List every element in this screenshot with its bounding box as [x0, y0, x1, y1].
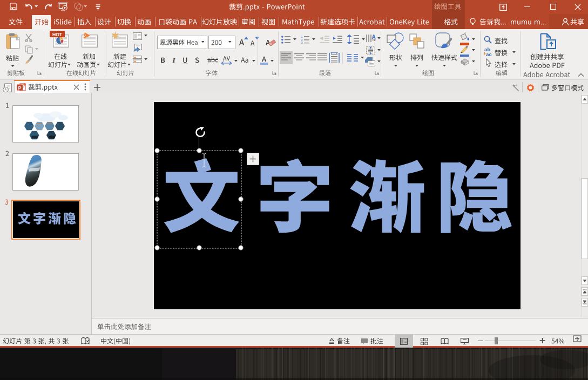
svg-text:A: A: [372, 34, 376, 40]
svg-text:ac: ac: [486, 51, 492, 57]
svg-text:3: 3: [301, 41, 303, 44]
svg-text:HOT: HOT: [52, 32, 63, 37]
svg-text:P: P: [18, 85, 21, 91]
svg-text:I: I: [172, 56, 175, 64]
